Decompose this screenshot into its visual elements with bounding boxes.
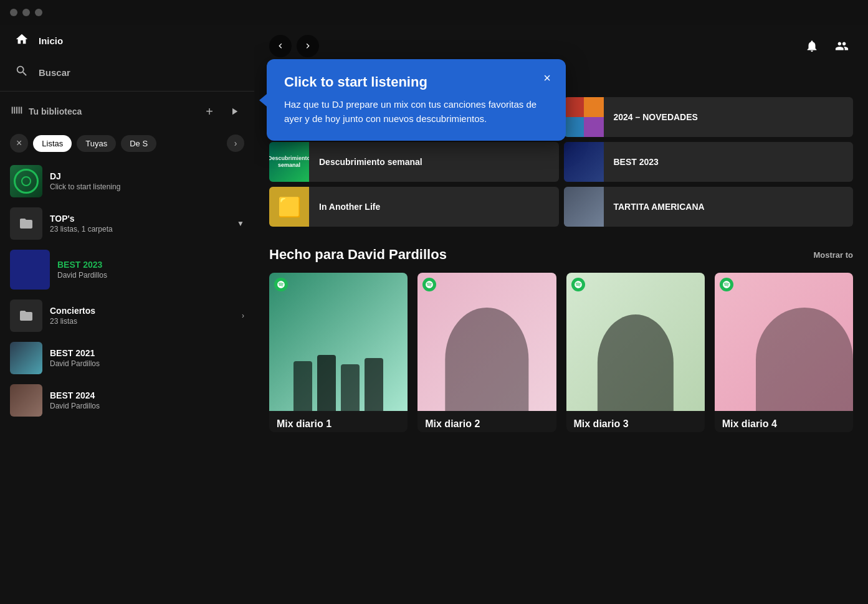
filter-close-button[interactable]: × bbox=[10, 134, 28, 153]
friends-button[interactable] bbox=[831, 35, 853, 57]
dj-thumb bbox=[10, 165, 42, 197]
best2023-thumb bbox=[10, 250, 50, 290]
quick-pick-inanotherlife-thumb: 🟨 bbox=[269, 187, 309, 227]
mix-card-1-label: Mix diario 1 bbox=[269, 411, 408, 432]
quick-pick-tartita-label: TARTITA AMERICANA bbox=[604, 202, 715, 212]
minimize-traffic-light[interactable] bbox=[22, 9, 30, 16]
mix-card-4-img bbox=[715, 273, 853, 411]
mix-card-3-img bbox=[566, 273, 705, 411]
library-list: DJ Click to start listening TOP's 23 lis… bbox=[0, 158, 254, 604]
quick-pick-descubrimiento[interactable]: Descubrimientosemanal Descubrimiento sem… bbox=[269, 142, 559, 182]
filter-chip-tuyas[interactable]: Tuyas bbox=[77, 135, 116, 152]
filter-bar: × Listas Tuyas De S › bbox=[0, 129, 254, 158]
tooltip-close-button[interactable]: × bbox=[538, 69, 556, 87]
section-more-link[interactable]: Mostrar to bbox=[813, 250, 853, 260]
library-item-tops-info: TOP's 23 listas, 1 carpeta bbox=[50, 214, 229, 234]
tooltip-body: Haz que tu DJ prepare un mix con tus can… bbox=[284, 98, 548, 126]
tooltip-title: Click to start listening bbox=[284, 74, 548, 90]
sidebar-item-home[interactable]: Inicio bbox=[0, 25, 254, 57]
library-item-tops-subtitle: 23 listas, 1 carpeta bbox=[50, 225, 229, 234]
spotify-dot-4 bbox=[720, 278, 733, 291]
library-add-button[interactable]: + bbox=[199, 101, 219, 121]
scroll-content: DJ 2024 – NOVEDADES bbox=[254, 97, 868, 604]
notifications-button[interactable] bbox=[801, 35, 823, 57]
library-item-dj-subtitle: Click to start listening bbox=[50, 182, 244, 191]
section-header: Hecho para David Pardillos Mostrar to bbox=[269, 247, 853, 263]
library-item-tops[interactable]: TOP's 23 listas, 1 carpeta ▼ bbox=[5, 202, 249, 245]
nav-arrows bbox=[269, 35, 319, 57]
mix-card-1-img bbox=[269, 273, 408, 411]
quick-pick-best2023[interactable]: BEST 2023 bbox=[564, 142, 854, 182]
library-item-conciertos-info: Conciertos 23 listas bbox=[50, 306, 234, 326]
mix-card-1[interactable]: Mix diario 1 bbox=[269, 273, 408, 432]
library-item-best2024-info: BEST 2024 David Pardillos bbox=[50, 390, 244, 410]
quick-pick-novedades-label: 2024 – NOVEDADES bbox=[604, 112, 708, 122]
library-expand-button[interactable] bbox=[224, 101, 244, 121]
library-item-best2023[interactable]: BEST 2023 David Pardillos bbox=[5, 245, 249, 295]
library-item-best2021-title: BEST 2021 bbox=[50, 348, 244, 358]
quick-pick-descubrimiento-label: Descubrimiento semanal bbox=[309, 157, 432, 167]
sidebar-item-search-label: Buscar bbox=[39, 67, 70, 78]
sidebar: Inicio Buscar Tu biblioteca + bbox=[0, 25, 254, 604]
mix-card-4-label: Mix diario 4 bbox=[715, 411, 853, 432]
mix-card-4[interactable]: Mix diario 4 bbox=[715, 273, 853, 432]
tops-thumb bbox=[10, 207, 42, 240]
search-icon bbox=[15, 64, 29, 81]
library-item-best2023-title: BEST 2023 bbox=[57, 260, 244, 270]
library-item-dj-title: DJ bbox=[50, 171, 244, 181]
close-traffic-light[interactable] bbox=[10, 9, 17, 16]
mix-cards-grid: Mix diario 1 Mix diario 2 bbox=[269, 273, 853, 432]
tooltip-popup: × Click to start listening Haz que tu DJ… bbox=[267, 59, 566, 141]
dj-icon bbox=[14, 169, 39, 194]
mix-card-2[interactable]: Mix diario 2 bbox=[417, 273, 556, 432]
library-item-conciertos-title: Conciertos bbox=[50, 306, 234, 316]
mix-card-3[interactable]: Mix diario 3 bbox=[566, 273, 705, 432]
spotify-dot-3 bbox=[571, 278, 585, 291]
quick-pick-tartita-thumb bbox=[564, 187, 604, 227]
nav-right bbox=[801, 35, 853, 57]
library-item-best2021[interactable]: BEST 2021 David Pardillos bbox=[5, 337, 249, 379]
maximize-traffic-light[interactable] bbox=[35, 9, 42, 16]
library-title: Tu biblioteca bbox=[29, 106, 194, 116]
quick-pick-descubrimiento-thumb: Descubrimientosemanal bbox=[269, 142, 309, 182]
title-bar bbox=[0, 0, 868, 25]
library-item-tops-title: TOP's bbox=[50, 214, 229, 224]
library-item-best2023-subtitle: David Pardillos bbox=[57, 271, 244, 280]
quick-pick-novedades[interactable]: 2024 – NOVEDADES bbox=[564, 97, 854, 137]
library-item-dj[interactable]: DJ Click to start listening bbox=[5, 160, 249, 202]
home-icon bbox=[15, 32, 29, 49]
main-layout: Inicio Buscar Tu biblioteca + bbox=[0, 25, 868, 604]
spotify-dot-2 bbox=[422, 278, 436, 291]
section-title-text: Hecho para David Pardillos bbox=[269, 247, 447, 263]
filter-arrow-button[interactable]: › bbox=[227, 134, 244, 152]
sidebar-divider bbox=[0, 91, 254, 92]
quick-pick-novedades-thumb bbox=[564, 97, 604, 137]
conciertos-arrow-icon: › bbox=[242, 311, 244, 320]
library-item-best2021-subtitle: David Pardillos bbox=[50, 359, 244, 368]
quick-pick-tartita[interactable]: TARTITA AMERICANA bbox=[564, 187, 854, 227]
sidebar-item-home-label: Inicio bbox=[39, 35, 63, 46]
library-header: Tu biblioteca + bbox=[0, 94, 254, 129]
quick-pick-inanotherlife[interactable]: 🟨 In Another Life bbox=[269, 187, 559, 227]
library-actions: + bbox=[199, 101, 244, 121]
library-item-conciertos[interactable]: Conciertos 23 listas › bbox=[5, 295, 249, 337]
traffic-lights bbox=[10, 9, 42, 16]
quick-pick-best2023-thumb bbox=[564, 142, 604, 182]
filter-chip-des[interactable]: De S bbox=[121, 135, 156, 152]
nav-back-button[interactable] bbox=[269, 35, 292, 57]
filter-chip-listas[interactable]: Listas bbox=[33, 135, 72, 152]
sidebar-item-search[interactable]: Buscar bbox=[0, 57, 254, 88]
mix-card-3-label: Mix diario 3 bbox=[566, 411, 705, 432]
spotify-dot-1 bbox=[274, 278, 288, 291]
library-item-best2021-info: BEST 2021 David Pardillos bbox=[50, 348, 244, 368]
quick-pick-best2023-label: BEST 2023 bbox=[604, 157, 669, 167]
tops-arrow-icon: ▼ bbox=[237, 219, 244, 228]
library-item-best2024[interactable]: BEST 2024 David Pardillos bbox=[5, 379, 249, 422]
mix-card-2-label: Mix diario 2 bbox=[417, 411, 556, 432]
nav-forward-button[interactable] bbox=[297, 35, 319, 57]
mix-card-2-img bbox=[417, 273, 556, 411]
conciertos-thumb bbox=[10, 300, 42, 332]
tooltip-arrow bbox=[259, 94, 267, 106]
library-item-conciertos-subtitle: 23 listas bbox=[50, 317, 234, 326]
library-item-dj-info: DJ Click to start listening bbox=[50, 171, 244, 191]
